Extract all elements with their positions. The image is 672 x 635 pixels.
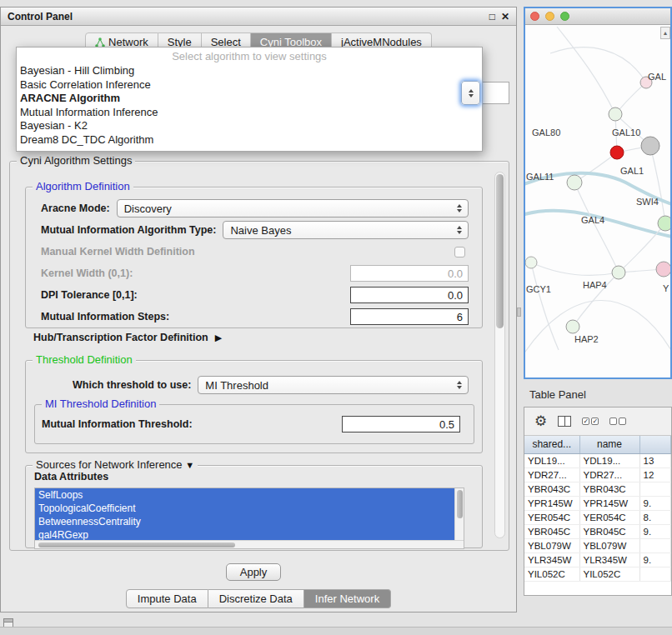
column-header[interactable]: shared...	[524, 436, 579, 453]
hub-definition-toggle[interactable]: Hub/Transcription Factor Definition ▶	[33, 332, 222, 343]
network-canvas[interactable]: GALGAL80GAL10GAL1GAL11SWI4GAL4GCY1HAP4HA…	[525, 25, 670, 378]
table-cell[interactable]	[639, 567, 671, 581]
network-node[interactable]	[609, 108, 622, 121]
table-cell[interactable]: YIL052C	[524, 567, 579, 581]
zoom-traffic-light-icon[interactable]	[560, 12, 569, 21]
tab-impute-data[interactable]: Impute Data	[126, 589, 208, 608]
table-cell[interactable]: YPR145W	[524, 496, 579, 510]
network-node[interactable]	[525, 257, 537, 268]
network-node[interactable]	[610, 146, 624, 159]
table-cell[interactable]	[639, 538, 671, 552]
kernel-width-field[interactable]: 0.0	[350, 265, 469, 282]
column-header[interactable]: name	[579, 436, 639, 453]
network-graph[interactable]: GALGAL80GAL10GAL1GAL11SWI4GAL4GCY1HAP4HA…	[525, 25, 670, 378]
column-header[interactable]	[639, 436, 671, 453]
table-cell[interactable]: YER054C	[524, 510, 579, 524]
mi-type-select[interactable]: Naive Bayes	[223, 221, 469, 239]
table-cell[interactable]: YBR043C	[579, 482, 639, 496]
scrollbar-thumb[interactable]	[496, 174, 504, 328]
minimize-traffic-light-icon[interactable]	[545, 12, 554, 21]
table-cell[interactable]: YDL19...	[579, 453, 639, 468]
list-item[interactable]: TopologicalCoefficient	[35, 502, 454, 515]
table-cell[interactable]: 8.	[639, 510, 671, 524]
table-cell[interactable]: YDL19...	[524, 453, 579, 468]
mi-steps-row: Mutual Information Steps: 6	[41, 308, 475, 326]
select-all-columns-icon[interactable]: ✓ ✓	[582, 418, 599, 425]
close-traffic-light-icon[interactable]	[530, 12, 539, 21]
tab-infer-network[interactable]: Infer Network	[304, 589, 391, 608]
gear-icon[interactable]: ⚙	[534, 414, 547, 428]
network-window-titlebar[interactable]	[525, 8, 670, 25]
table-cell[interactable]: YPR145W	[579, 496, 639, 510]
close-icon[interactable]: ✕	[501, 11, 509, 22]
list-item[interactable]: BetweennessCentrality	[35, 515, 454, 528]
algorithm-option[interactable]: Bayesian - K2	[17, 119, 482, 133]
table-cell[interactable]: 12	[639, 468, 671, 482]
table-row[interactable]: YIL052CYIL052C	[524, 567, 671, 581]
table-row[interactable]: YBL079WYBL079W	[524, 538, 671, 552]
chevron-down-icon[interactable]: ▼	[185, 460, 194, 470]
algorithm-option[interactable]: Dream8 DC_TDC Algorithm	[17, 133, 482, 148]
table-row[interactable]: YBR045CYBR045C9.	[524, 524, 671, 538]
data-attributes-list[interactable]: SelfLoops TopologicalCoefficient Between…	[34, 488, 464, 549]
table-row[interactable]: YER054CYER054C8.	[524, 510, 671, 524]
algorithm-option-selected[interactable]: ARACNE Algorithm	[17, 92, 482, 106]
settings-scrollbar[interactable]	[494, 172, 505, 538]
table-cell[interactable]: 9.	[639, 552, 671, 567]
table-row[interactable]: YPR145WYPR145W9.	[524, 496, 671, 510]
aracne-mode-select[interactable]: Discovery	[117, 199, 469, 218]
scrollbar-thumb[interactable]	[457, 490, 463, 518]
table-cell[interactable]: YBL079W	[579, 538, 639, 552]
table-row[interactable]: YDL19...YDL19...13	[524, 453, 671, 468]
table-cell[interactable]: YDR27...	[524, 468, 579, 482]
table-cell[interactable]: 9.	[639, 524, 671, 538]
table-cell[interactable]: YBL079W	[524, 538, 579, 552]
control-panel-titlebar[interactable]: Control Panel □ ✕	[1, 8, 516, 26]
algorithm-option[interactable]: Mutual Information Inference	[17, 106, 482, 120]
algorithm-dropdown-popup: Select algorithm to view settings Bayesi…	[16, 47, 483, 152]
tab-discretize-data[interactable]: Discretize Data	[208, 589, 304, 608]
algorithm-definition-title: Algorithm Definition	[33, 180, 133, 192]
table-row[interactable]: YLR345WYLR345W9.	[524, 552, 671, 567]
which-threshold-row: Which threshold to use: MI Threshold	[41, 376, 475, 394]
table-cell[interactable]: YIL052C	[579, 567, 639, 581]
table-cell[interactable]: YDR27...	[579, 468, 639, 482]
table-cell[interactable]	[639, 482, 671, 496]
which-threshold-select[interactable]: MI Threshold	[198, 376, 469, 394]
algorithm-option[interactable]: Bayesian - Hill Climbing	[17, 64, 482, 78]
network-node[interactable]	[658, 216, 670, 231]
network-node[interactable]	[656, 262, 670, 277]
network-node[interactable]	[567, 175, 582, 190]
network-node[interactable]	[641, 137, 659, 155]
algorithm-definition-group: Algorithm Definition Aracne Mode: Discov…	[25, 187, 483, 328]
list-vertical-scrollbar[interactable]	[454, 488, 464, 542]
dpi-tolerance-field[interactable]: 0.0	[350, 287, 469, 303]
deselect-all-columns-icon[interactable]	[609, 418, 626, 425]
table-cell[interactable]: YLR345W	[579, 552, 639, 567]
mi-type-label: Mutual Information Algorithm Type:	[41, 224, 216, 236]
table-row[interactable]: YBR043CYBR043C	[524, 482, 671, 496]
table-cell[interactable]: 13	[639, 453, 671, 468]
mi-steps-field[interactable]: 6	[350, 308, 469, 325]
mi-threshold-field[interactable]: 0.5	[342, 416, 460, 432]
float-window-icon[interactable]: □	[489, 11, 495, 22]
algorithm-option[interactable]: Basic Correlation Inference	[17, 78, 482, 92]
algorithm-combobox-stepper[interactable]	[461, 81, 480, 105]
scrollbar-thumb[interactable]	[38, 542, 235, 548]
table-cell[interactable]: YLR345W	[524, 552, 579, 567]
network-node[interactable]	[612, 266, 625, 279]
columns-icon[interactable]	[558, 416, 571, 427]
list-item[interactable]: SelfLoops	[35, 488, 454, 502]
network-scrollbar-up-button[interactable]: ▲	[660, 27, 670, 39]
apply-button[interactable]: Apply	[226, 563, 281, 581]
table-cell[interactable]: YBR045C	[579, 524, 639, 538]
list-horizontal-scrollbar[interactable]	[35, 540, 464, 548]
manual-kernel-checkbox[interactable]	[454, 247, 465, 258]
table-cell[interactable]: YBR043C	[524, 482, 579, 496]
pane-divider-grip[interactable]	[517, 308, 521, 317]
table-cell[interactable]: 9.	[639, 496, 671, 510]
table-cell[interactable]: YBR045C	[524, 524, 579, 538]
table-row[interactable]: YDR27...YDR27...12	[524, 468, 671, 482]
network-node[interactable]	[566, 320, 579, 333]
table-cell[interactable]: YER054C	[579, 510, 639, 524]
